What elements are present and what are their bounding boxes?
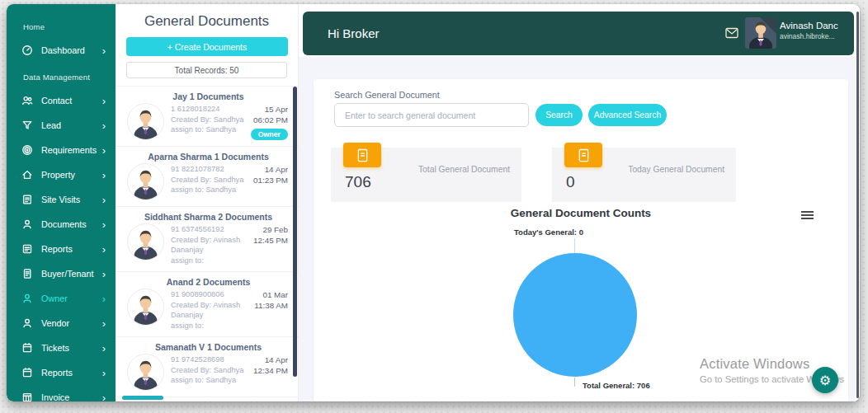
envelope-icon[interactable] bbox=[725, 27, 738, 39]
doc-date: 14 Apr bbox=[253, 354, 288, 365]
documents-panel: General Documents + Create Documents Tot… bbox=[116, 4, 299, 401]
invoice-icon bbox=[21, 391, 34, 401]
dashboard-icon bbox=[21, 44, 34, 57]
chevron-right-icon: › bbox=[102, 145, 106, 156]
doc-phone: 1 6128018224 bbox=[171, 104, 243, 115]
doc-created-by: Created By: Sandhya bbox=[171, 365, 243, 376]
sidebar-item-lead[interactable]: Lead › bbox=[7, 113, 116, 138]
chevron-right-icon: › bbox=[102, 195, 106, 205]
search-button[interactable]: Search bbox=[535, 104, 583, 126]
doc-assign-to: assign to: bbox=[171, 256, 240, 266]
sidebar-item-buyer-tenant[interactable]: Buyer/Tenant › bbox=[7, 261, 116, 286]
sidebar-item-documents[interactable]: Documents › bbox=[7, 212, 116, 237]
avatar bbox=[127, 289, 164, 326]
avatar bbox=[127, 354, 164, 391]
buyer-tenant-icon bbox=[21, 267, 34, 280]
document-list-item[interactable]: Aparna Sharma 1 Documents 91 8221078782 … bbox=[116, 147, 298, 207]
doc-time: 12:45 PM bbox=[253, 235, 288, 246]
sidebar-item-tickets[interactable]: Tickets › bbox=[7, 336, 116, 360]
sidebar-item-reports-2[interactable]: Reports › bbox=[7, 360, 116, 385]
sidebar-item-reports[interactable]: Reports › bbox=[7, 237, 116, 261]
chevron-right-icon: › bbox=[102, 120, 106, 131]
doc-created-by: Created By: Sandhya bbox=[171, 175, 243, 185]
document-list-item[interactable]: Anand 2 Documents 91 9008900806 Created … bbox=[116, 272, 298, 337]
sidebar-section-data-management: Data Management bbox=[7, 63, 116, 88]
doc-phone: 91 6374556192 bbox=[171, 224, 240, 235]
stat-label: Total General Document bbox=[418, 165, 510, 174]
chevron-right-icon: › bbox=[102, 318, 106, 329]
document-list-item[interactable]: Jay 1 Documents 1 6128018224 Created By:… bbox=[116, 87, 298, 147]
property-icon bbox=[21, 168, 34, 181]
sidebar-item-site-visits[interactable]: Site Visits › bbox=[7, 187, 116, 212]
sidebar-item-invoice[interactable]: Invoice › bbox=[7, 385, 116, 401]
user-email: avinash.hibroke... bbox=[780, 32, 852, 40]
chevron-right-icon: › bbox=[102, 219, 106, 230]
pie-leader-line bbox=[574, 378, 575, 387]
create-documents-button[interactable]: + Create Documents bbox=[126, 37, 288, 56]
sidebar-item-dashboard[interactable]: Dashboard › bbox=[7, 38, 116, 63]
documents-list-horizontal-scrollbar[interactable] bbox=[122, 396, 163, 400]
chevron-right-icon: › bbox=[102, 244, 106, 255]
search-section-label: Search General Document bbox=[334, 90, 440, 100]
stat-value: 706 bbox=[345, 173, 371, 191]
doc-date: 14 Apr bbox=[253, 164, 288, 175]
doc-time: 06:02 PM bbox=[251, 115, 288, 125]
doc-created-by-2: Dananjay bbox=[171, 245, 240, 256]
hamburger-icon[interactable] bbox=[801, 211, 814, 221]
document-icon bbox=[343, 143, 381, 167]
doc-assign-to: assign to: Sandhya bbox=[171, 375, 243, 386]
avatar bbox=[127, 163, 164, 200]
owner-icon bbox=[21, 292, 34, 305]
avatar bbox=[127, 223, 164, 260]
main-area: Hi Broker Avinash Danc avinash.hibroke..… bbox=[299, 4, 860, 401]
sidebar: Home Dashboard › Data Management Contact… bbox=[7, 4, 116, 401]
search-input[interactable] bbox=[334, 103, 529, 127]
sidebar-item-contact[interactable]: Contact › bbox=[7, 88, 116, 113]
document-icon bbox=[564, 143, 602, 167]
documents-icon bbox=[21, 218, 34, 231]
sidebar-item-requirements[interactable]: Requirements › bbox=[7, 138, 116, 162]
top-header-bar: Hi Broker Avinash Danc avinash.hibroke..… bbox=[303, 12, 854, 55]
sidebar-item-property[interactable]: Property › bbox=[7, 162, 116, 187]
document-list-item[interactable]: Siddhant Sharma 2 Documents 91 637455619… bbox=[116, 207, 298, 272]
owner-badge: Owner bbox=[251, 129, 288, 140]
document-list-item[interactable]: Samanath V 1 Documents 91 9742528698 Cre… bbox=[116, 337, 298, 397]
chevron-right-icon: › bbox=[102, 392, 106, 402]
user-avatar[interactable] bbox=[745, 17, 776, 49]
pie-data-label-total: Total General: 706 bbox=[583, 381, 650, 390]
main-scrollbar[interactable] bbox=[856, 12, 859, 398]
sidebar-section-home: Home bbox=[7, 21, 116, 38]
chevron-right-icon: › bbox=[102, 170, 106, 181]
pie-slice-total-general[interactable] bbox=[513, 253, 637, 377]
chart-title: General Document Counts bbox=[314, 207, 848, 219]
user-name: Avinash Danc bbox=[780, 21, 852, 31]
doc-date: 15 Apr bbox=[251, 104, 288, 115]
settings-fab[interactable]: ⚙ bbox=[812, 367, 838, 393]
gear-icon: ⚙ bbox=[819, 373, 831, 388]
doc-created-by: Created By: Avinash bbox=[171, 235, 240, 246]
site-visits-icon bbox=[21, 193, 34, 206]
advanced-search-button[interactable]: Advanced Search bbox=[588, 104, 667, 126]
total-records: Total Records: 50 bbox=[126, 62, 287, 78]
contact-icon bbox=[21, 94, 34, 107]
sidebar-item-vendor[interactable]: Vendor › bbox=[7, 311, 116, 336]
requirements-icon bbox=[21, 143, 34, 157]
tickets-icon bbox=[21, 341, 34, 354]
doc-assign-to: assign to: Sandhya bbox=[171, 124, 243, 135]
chevron-right-icon: › bbox=[102, 269, 106, 279]
chevron-right-icon: › bbox=[102, 293, 106, 304]
doc-time: 01:23 PM bbox=[253, 175, 288, 185]
panel-title: General Documents bbox=[116, 13, 298, 30]
documents-list-scrollbar[interactable] bbox=[293, 87, 297, 377]
desktop-background: Home Dashboard › Data Management Contact… bbox=[0, 0, 868, 413]
content-card: Search General Document Search Advanced … bbox=[314, 79, 848, 401]
stat-card-total: Total General Document 706 bbox=[331, 148, 521, 202]
chevron-right-icon: › bbox=[102, 368, 106, 378]
chevron-right-icon: › bbox=[102, 45, 106, 56]
user-info[interactable]: Avinash Danc avinash.hibroke... bbox=[780, 21, 852, 40]
doc-created-by-2: Dananjay bbox=[171, 310, 240, 321]
documents-list: Jay 1 Documents 1 6128018224 Created By:… bbox=[116, 86, 298, 397]
doc-date: 01 Mar bbox=[254, 289, 288, 300]
chevron-right-icon: › bbox=[102, 343, 106, 354]
sidebar-item-owner[interactable]: Owner › bbox=[7, 286, 116, 311]
